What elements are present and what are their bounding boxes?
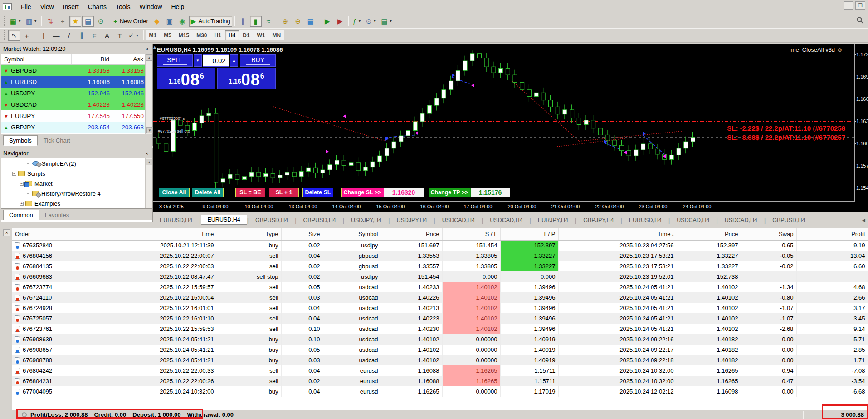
tab-favorites[interactable]: Favorites — [39, 210, 75, 220]
menu-item-view[interactable]: View — [36, 2, 59, 12]
horizontal-line-button[interactable]: — — [50, 30, 62, 41]
column-header-size[interactable]: Size — [281, 228, 323, 240]
chart-tab-gbpjpy-h4[interactable]: GBPJPY,H4 — [576, 215, 620, 225]
data-window-button[interactable]: + — [57, 16, 68, 27]
table-row[interactable]: 6767241102025.10.22 16:00:04sell0.03usdc… — [12, 292, 868, 303]
table-row[interactable]: 6767237742025.10.22 15:59:57sell0.05usdc… — [12, 282, 868, 292]
table-row[interactable]: 6769086392025.10.24 05:41:21buy0.10usdca… — [12, 334, 868, 345]
navigator-item-historyarrowrestore-4[interactable]: HistoryArrowRestore 4 — [1, 188, 152, 198]
chart-tab-gbpusd-h4[interactable]: GBPUSD,H4 — [297, 215, 343, 225]
chart-tab-usdcad-h4[interactable]: USDCAD,H4 — [718, 215, 764, 225]
column-header-swap[interactable]: Swap — [741, 228, 796, 240]
minimize-button[interactable]: — — [844, 1, 853, 10]
market-watch-button[interactable]: ⇅ — [44, 16, 56, 27]
market-watch-scrollbar[interactable]: ▲ ▼ — [145, 54, 152, 134]
signals-button[interactable]: ◉ — [176, 16, 188, 27]
chart-window[interactable]: ▲ EURUSD,H4 1.16099 1.16109 1.16078 1.16… — [153, 44, 868, 212]
arrow-label-button[interactable]: T — [114, 30, 126, 41]
delete-sl-button[interactable]: Delete SL — [302, 188, 333, 197]
timeframe-d1[interactable]: D1 — [239, 30, 253, 40]
market-watch-row-usdjpy[interactable]: ▲USDJPY152.946152.946 — [1, 88, 152, 99]
chart-shift-button[interactable]: ▶ — [334, 16, 346, 27]
table-row[interactable]: 6768042312025.10.22 22:00:26sell0.02euru… — [12, 376, 868, 386]
collapse-icon[interactable]: − — [12, 172, 16, 176]
buy-button[interactable]: BUY — [240, 54, 276, 67]
volume-input[interactable]: 0.02 — [203, 54, 229, 67]
market-watch-row-eurusd[interactable]: ▲EURUSD1.160861.16086 — [1, 76, 152, 88]
sell-button[interactable]: SELL — [157, 54, 193, 67]
menu-item-insert[interactable]: Insert — [59, 2, 83, 12]
tab-scroll-left-icon[interactable]: ◀ — [862, 218, 865, 222]
volume-up-button[interactable]: ▲ — [230, 54, 238, 67]
market-watch-row-gbpusd[interactable]: ▼GBPUSD1.331581.33158 — [1, 65, 152, 76]
close-icon[interactable]: × — [143, 150, 151, 157]
zoom-out-button[interactable]: ⊖ — [292, 16, 304, 27]
candlestick-chart-button[interactable]: ▮ — [250, 16, 262, 27]
table-row[interactable]: 6766096832025.10.22 08:47:47sell stop0.0… — [12, 271, 868, 282]
market-watch-row-gbpjpy[interactable]: ▲GBPJPY203.654203.663 — [1, 122, 152, 133]
timeframe-m1[interactable]: M1 — [146, 30, 161, 40]
shapes-button[interactable]: ✓▼ — [127, 30, 141, 41]
navigator-button[interactable]: ★ — [69, 16, 81, 27]
price-field[interactable]: 1.16320 — [383, 188, 424, 197]
column-header-symbol[interactable]: Symbol — [323, 228, 381, 240]
chevron-down-icon[interactable]: ▼ — [358, 19, 361, 23]
strategy-tester-button[interactable]: ⊙ — [95, 16, 107, 27]
chevron-down-icon[interactable]: ▼ — [389, 19, 393, 23]
periods-button[interactable]: ⊙▼ — [364, 16, 379, 27]
terminal-button[interactable]: ▤ — [82, 16, 94, 27]
bar-chart-button[interactable]: ∥ — [237, 16, 249, 27]
metaeditor-button[interactable]: ◆ — [151, 16, 163, 27]
chart-tab-usdjpy-h4[interactable]: USDJPY,H4 — [390, 215, 434, 225]
templates-button[interactable]: ▤▼ — [380, 16, 395, 27]
column-header-order[interactable]: Order — [12, 228, 111, 240]
menu-item-window[interactable]: Window — [135, 2, 167, 12]
sl-be-button[interactable]: SL = BE — [235, 188, 265, 197]
table-row[interactable]: 6767249282025.10.22 16:01:01sell0.04usdc… — [12, 303, 868, 313]
search-icon[interactable] — [856, 16, 864, 26]
chevron-down-icon[interactable]: ▼ — [373, 19, 377, 23]
timeframe-m30[interactable]: M30 — [193, 30, 210, 40]
chart-tab-usdjpy-h4[interactable]: USDJPY,H4 — [344, 215, 388, 225]
sl-1-button[interactable]: SL + 1 — [269, 188, 299, 197]
table-row[interactable]: 6767237612025.10.22 15:59:53sell0.10usdc… — [12, 324, 868, 334]
change-sl-button[interactable]: Change SL >> — [341, 188, 383, 197]
column-header-tp[interactable]: T / P — [500, 228, 558, 240]
price-axis[interactable]: 1.1721.1691.1661.1631.1601.1571.154 — [855, 44, 868, 201]
chart-tab-gbpusd-h4[interactable]: GBPUSD,H4 — [249, 215, 295, 225]
close-icon[interactable]: × — [143, 45, 151, 52]
new-chart-button[interactable]: ▦▼ — [8, 16, 23, 27]
menu-item-file[interactable]: File — [16, 2, 36, 12]
volume-down-button[interactable]: ▼ — [194, 54, 202, 67]
column-header-profit[interactable]: Profit — [796, 228, 868, 240]
table-row[interactable]: 6763528402025.10.21 12:11:39buy0.02usdjp… — [12, 240, 868, 251]
scroll-down-icon[interactable]: ▼ — [146, 127, 153, 133]
close-all-button[interactable]: Close All — [159, 188, 190, 197]
chevron-down-icon[interactable]: ▼ — [18, 19, 21, 23]
experts-button[interactable]: ▣ — [164, 16, 176, 27]
column-header-price[interactable]: Price — [677, 228, 741, 240]
timeframe-w1[interactable]: W1 — [254, 30, 269, 40]
market-watch-row-usdcad[interactable]: ▼USDCAD1.402231.40223 — [1, 99, 152, 110]
chevron-down-icon[interactable]: ▼ — [34, 19, 37, 23]
maximize-button[interactable]: ❐ — [855, 1, 865, 10]
autotrading-button[interactable]: ▶ AutoTrading — [189, 16, 232, 27]
table-row[interactable]: 6768041352025.10.22 22:00:03sell0.02gbpu… — [12, 261, 868, 271]
equidistant-channel-button[interactable]: ∥ — [76, 30, 88, 41]
menu-item-charts[interactable]: Charts — [83, 2, 111, 12]
collapse-icon[interactable]: − — [20, 182, 24, 186]
navigator-item-scripts[interactable]: −Scripts — [1, 168, 152, 178]
new-order-button[interactable]: + New Order — [112, 16, 150, 27]
chart-tab-eurusd-h4[interactable]: EURUSD,H4 — [622, 215, 668, 225]
table-row[interactable]: 6769087802025.10.24 05:41:21buy0.03usdca… — [12, 355, 868, 365]
time-axis[interactable]: 8 Oct 20259 Oct 04:0010 Oct 04:0013 Oct … — [153, 201, 855, 212]
delete-all-button[interactable]: Delete All — [192, 188, 224, 197]
scroll-up-icon[interactable]: ▲ — [146, 159, 152, 165]
trendline-button[interactable]: / — [63, 30, 75, 41]
timeframe-m15[interactable]: M15 — [175, 30, 193, 40]
table-row[interactable]: 6768041562025.10.22 22:00:07sell0.04gbpu… — [12, 251, 868, 261]
chart-tab-usdcad-h4[interactable]: USDCAD,H4 — [670, 215, 716, 225]
navigator-item-simpleea-2-[interactable]: SimpleEA (2) — [1, 158, 152, 168]
table-row[interactable]: 6770040952025.10.24 10:32:00buy0.04eurus… — [12, 386, 868, 397]
profiles-button[interactable]: ▥▼ — [24, 16, 39, 27]
